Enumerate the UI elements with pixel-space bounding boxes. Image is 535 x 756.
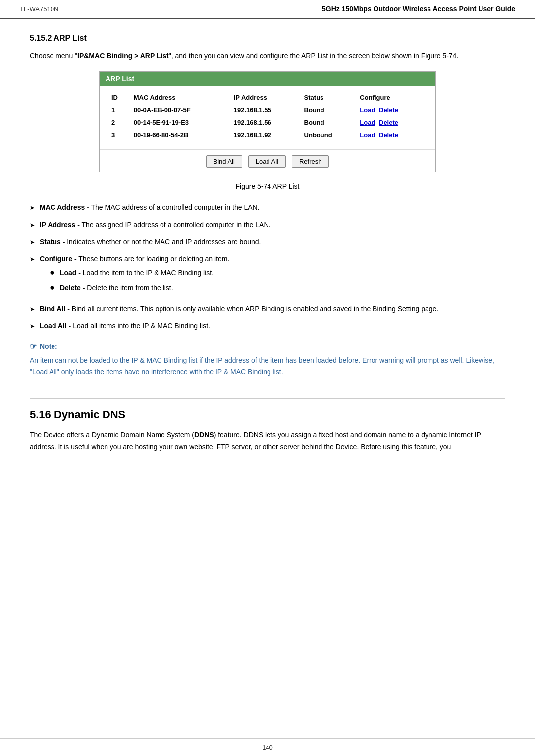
note-label: ☞ Note: [30, 342, 505, 351]
list-item: ➤ Bind All - Bind all current items. Thi… [30, 303, 505, 314]
arrow-icon: ➤ [30, 203, 35, 213]
cell-ip: 192.168.1.56 [230, 116, 300, 129]
arp-table: ID MAC Address IP Address Status Configu… [107, 91, 428, 141]
bullet-dot: ● [50, 267, 55, 278]
intro-text: Choose menu "IP&MAC Binding > ARP List",… [30, 50, 505, 61]
item-text: Load All - Load all items into the IP & … [40, 320, 505, 331]
list-item: ➤ IP Address - The assigned IP address o… [30, 219, 505, 230]
cell-status: Bound [300, 116, 356, 129]
item-text: Bind All - Bind all current items. This … [40, 303, 505, 314]
col-status: Status [300, 91, 356, 104]
load-link[interactable]: Load [360, 119, 375, 126]
list-item: ➤ MAC Address - The MAC address of a con… [30, 202, 505, 213]
col-id: ID [107, 91, 130, 104]
table-row: 3 00-19-66-80-54-2B 192.168.1.92 Unbound… [107, 129, 428, 141]
cell-id: 3 [107, 129, 130, 141]
sub-item-text: Load - Load the item to the IP & MAC Bin… [60, 267, 214, 278]
ddns-bold: DDNS [194, 431, 214, 439]
note-label-text: Note: [40, 342, 57, 350]
item-text: Configure - These buttons are for loadin… [40, 253, 505, 298]
item-text: MAC Address - The MAC address of a contr… [40, 202, 505, 213]
table-row: 1 00-0A-EB-00-07-5F 192.168.1.55 Bound L… [107, 104, 428, 116]
arrow-icon: ➤ [30, 255, 35, 264]
header-model: TL-WA7510N [20, 5, 58, 13]
delete-link[interactable]: Delete [379, 106, 398, 114]
refresh-button[interactable]: Refresh [292, 155, 329, 168]
cell-configure: Load Delete [356, 129, 428, 141]
note-icon: ☞ [30, 342, 37, 351]
sub-item-text: Delete - Delete the item from the list. [60, 282, 173, 293]
main-content: 5.15.2 ARP List Choose menu "IP&MAC Bind… [0, 19, 535, 738]
description-list: ➤ MAC Address - The MAC address of a con… [30, 202, 505, 331]
cell-ip: 192.168.1.92 [230, 129, 300, 141]
sub-list-item: ● Load - Load the item to the IP & MAC B… [50, 267, 505, 278]
figure-caption: Figure 5-74 ARP List [30, 182, 505, 190]
page-number: 140 [262, 744, 273, 751]
arrow-icon: ➤ [30, 238, 35, 247]
arp-buttons: Bind All Load All Refresh [100, 149, 435, 172]
list-item: ➤ Status - Indicates whether or not the … [30, 236, 505, 247]
note-text: An item can not be loaded to the IP & MA… [30, 355, 505, 379]
cell-status: Unbound [300, 129, 356, 141]
table-row: 2 00-14-5E-91-19-E3 192.168.1.56 Bound L… [107, 116, 428, 129]
bullet-dot: ● [50, 282, 55, 293]
item-text: IP Address - The assigned IP address of … [40, 219, 505, 230]
note-section: ☞ Note: An item can not be loaded to the… [30, 342, 505, 379]
cell-mac: 00-14-5E-91-19-E3 [130, 116, 230, 129]
section-5-15-2-heading: 5.15.2 ARP List [30, 34, 505, 43]
delete-link[interactable]: Delete [379, 131, 398, 139]
cell-status: Bound [300, 104, 356, 116]
arrow-icon: ➤ [30, 221, 35, 230]
cell-id: 1 [107, 104, 130, 116]
cell-ip: 192.168.1.55 [230, 104, 300, 116]
dynamic-dns-text: The Device offers a Dynamic Domain Name … [30, 429, 505, 453]
col-configure: Configure [356, 91, 428, 104]
arp-table-header: ARP List [100, 72, 435, 86]
cell-mac: 00-19-66-80-54-2B [130, 129, 230, 141]
load-all-button[interactable]: Load All [248, 155, 286, 168]
section-5-16-heading: 5.16 Dynamic DNS [30, 398, 505, 421]
cell-id: 2 [107, 116, 130, 129]
col-ip: IP Address [230, 91, 300, 104]
list-item: ➤ Load All - Load all items into the IP … [30, 320, 505, 331]
cell-configure: Load Delete [356, 104, 428, 116]
col-mac: MAC Address [130, 91, 230, 104]
page-header: TL-WA7510N 5GHz 150Mbps Outdoor Wireless… [0, 0, 535, 19]
page-wrapper: TL-WA7510N 5GHz 150Mbps Outdoor Wireless… [0, 0, 535, 756]
load-link[interactable]: Load [360, 131, 375, 139]
sub-list-item: ● Delete - Delete the item from the list… [50, 282, 505, 293]
bind-all-button[interactable]: Bind All [206, 155, 242, 168]
item-text: Status - Indicates whether or not the MA… [40, 236, 505, 247]
cell-configure: Load Delete [356, 116, 428, 129]
list-item: ➤ Configure - These buttons are for load… [30, 253, 505, 298]
load-link[interactable]: Load [360, 106, 375, 114]
arp-table-inner: ID MAC Address IP Address Status Configu… [100, 86, 435, 149]
arrow-icon: ➤ [30, 305, 35, 314]
header-title: 5GHz 150Mbps Outdoor Wireless Access Poi… [322, 5, 515, 13]
arrow-icon: ➤ [30, 322, 35, 331]
delete-link[interactable]: Delete [379, 119, 398, 126]
sub-bullet-list: ● Load - Load the item to the IP & MAC B… [50, 267, 505, 294]
page-footer: 140 [0, 738, 535, 756]
cell-mac: 00-0A-EB-00-07-5F [130, 104, 230, 116]
table-header-row: ID MAC Address IP Address Status Configu… [107, 91, 428, 104]
arp-table-container: ARP List ID MAC Address IP Address Statu… [99, 71, 436, 172]
